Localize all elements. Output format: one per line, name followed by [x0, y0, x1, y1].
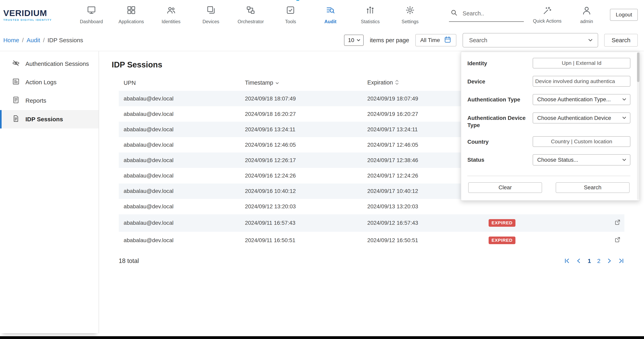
status-cell: EXPIRED: [484, 232, 603, 249]
logs-icon: [12, 77, 20, 87]
nav-item-applications[interactable]: Applications: [111, 0, 151, 30]
chevron-down-icon: [622, 157, 627, 162]
authentication-type-label: Authentication Type: [468, 94, 530, 103]
timestamp-cell: 2024/09/16 13:24:11: [240, 122, 362, 137]
table-search-input[interactable]: [468, 36, 583, 44]
toolbar-search-button[interactable]: Search: [604, 34, 638, 47]
next-page-button[interactable]: [606, 258, 612, 264]
action-cell: [603, 214, 624, 232]
external-link-icon[interactable]: [614, 236, 621, 243]
expiration-cell: 2024/09/13 13:20:03: [362, 199, 484, 214]
action-cell: [603, 199, 624, 214]
sidebar-item-action-logs[interactable]: Action Logs: [0, 73, 98, 91]
chevron-down-icon: [356, 38, 361, 43]
status-badge-expired: EXPIRED: [488, 219, 515, 227]
status-badge-expired: EXPIRED: [488, 237, 515, 244]
sort-desc-icon: [275, 80, 279, 86]
chevron-down-icon: [622, 97, 627, 102]
window-bottom-edge: [0, 336, 644, 339]
nav-item-tools[interactable]: Tools: [271, 0, 310, 30]
sidebar-item-label: IDP Sessions: [26, 116, 63, 123]
top-navigation-bar: VERIDIUM TRUSTED DIGITAL IDENTITY Dashbo…: [0, 0, 644, 30]
topbar-right: Quick Actions admin Logout: [449, 5, 638, 24]
last-page-button[interactable]: [618, 258, 624, 264]
authentication-type-select[interactable]: Choose Authentication Type...: [533, 94, 630, 105]
sessions-icon: [12, 114, 20, 124]
user-menu[interactable]: admin: [571, 5, 603, 24]
filter-search-button[interactable]: Search: [556, 182, 630, 193]
sidebar: Authentication Sessions Action Logs Repo…: [0, 51, 99, 333]
scrollbar-thumb[interactable]: [637, 52, 640, 82]
pagination: 1 2: [564, 258, 624, 264]
chevron-down-icon: [622, 115, 627, 120]
status-label: Status: [468, 154, 530, 163]
filter-clear-button[interactable]: Clear: [468, 182, 542, 193]
brand-logo-mark: [296, 0, 299, 1]
device-input[interactable]: [533, 76, 630, 86]
nav-item-statistics[interactable]: Statistics: [350, 0, 390, 30]
upn-cell: ababalau@dev.local: [119, 91, 240, 106]
calendar-icon: [444, 36, 452, 45]
sidebar-item-label: Authentication Sessions: [26, 60, 89, 67]
timestamp-cell: 2024/09/18 16:20:27: [240, 106, 362, 122]
eye-off-icon: [12, 59, 20, 69]
identity-input[interactable]: [533, 58, 630, 68]
filter-row-device: Device: [468, 76, 630, 86]
timestamp-cell: 2024/09/16 12:46:05: [240, 137, 362, 152]
nav-item-settings[interactable]: Settings: [390, 0, 430, 30]
authentication-device-type-label: Authentication Device Type: [468, 112, 530, 129]
external-link-icon[interactable]: [614, 219, 621, 226]
table-row[interactable]: ababalau@dev.local 2024/09/11 16:50:51 2…: [119, 232, 624, 249]
table-row[interactable]: ababalau@dev.local 2024/09/11 16:57:43 2…: [119, 214, 624, 232]
nav-item-devices[interactable]: Devices: [191, 0, 231, 30]
sidebar-item-authentication-sessions[interactable]: Authentication Sessions: [0, 55, 98, 73]
authentication-type-value: Choose Authentication Type...: [537, 96, 611, 103]
primary-nav: Dashboard Applications Identities Device…: [72, 0, 430, 30]
first-page-button[interactable]: [564, 258, 570, 264]
sidebar-item-reports[interactable]: Reports: [0, 91, 98, 110]
chevron-down-icon[interactable]: [588, 38, 593, 43]
filter-row-authentication-device-type: Authentication Device Type Choose Authen…: [468, 112, 630, 129]
logout-button[interactable]: Logout: [610, 9, 638, 21]
brand-name: VERIDIUM: [3, 8, 61, 18]
previous-page-button[interactable]: [576, 258, 582, 264]
breadcrumb-current: IDP Sessions: [48, 37, 83, 44]
breadcrumb-audit-link[interactable]: Audit: [27, 37, 40, 44]
breadcrumb-home-link[interactable]: Home: [3, 37, 19, 44]
authentication-device-type-select[interactable]: Choose Authentication Device: [533, 112, 630, 123]
nav-item-orchestrator[interactable]: Orchestrator: [231, 0, 271, 30]
quick-actions-button[interactable]: Quick Actions: [531, 6, 563, 24]
country-input[interactable]: [533, 136, 630, 147]
page-size-select[interactable]: 10: [344, 35, 364, 46]
nav-item-audit[interactable]: Audit: [310, 0, 350, 30]
statistics-icon: [365, 5, 375, 16]
nav-item-identities[interactable]: Identities: [151, 0, 191, 30]
upn-cell: ababalau@dev.local: [119, 199, 240, 214]
status-cell: [484, 199, 603, 214]
page-number-2[interactable]: 2: [597, 258, 600, 264]
app-window: VERIDIUM TRUSTED DIGITAL IDENTITY Dashbo…: [0, 0, 644, 339]
report-icon: [12, 96, 20, 105]
sort-both-icon: [395, 80, 399, 86]
global-search-input[interactable]: [462, 10, 515, 17]
page-size-value: 10: [348, 37, 354, 43]
page-number-1[interactable]: 1: [588, 258, 591, 264]
column-header-upn[interactable]: UPN: [119, 74, 240, 91]
table-footer: 18 total 1 2: [119, 257, 624, 265]
global-search: [449, 8, 524, 22]
table-row[interactable]: ababalau@dev.local 2024/09/12 13:20:03 2…: [119, 199, 624, 214]
country-label: Country: [468, 136, 530, 145]
nav-item-dashboard[interactable]: Dashboard: [72, 0, 111, 30]
authentication-device-type-value: Choose Authentication Device: [537, 115, 611, 121]
sidebar-item-idp-sessions[interactable]: IDP Sessions: [0, 110, 98, 128]
breadcrumb: Home / Audit / IDP Sessions: [3, 37, 83, 44]
status-select[interactable]: Choose Status...: [533, 154, 630, 165]
timestamp-cell: 2024/09/11 16:57:43: [240, 214, 362, 232]
dashboard-icon: [86, 5, 96, 16]
brand-logo[interactable]: VERIDIUM TRUSTED DIGITAL IDENTITY: [3, 8, 61, 21]
user-icon: [582, 5, 592, 17]
timestamp-cell: 2024/09/16 10:40:12: [240, 184, 362, 199]
column-header-timestamp[interactable]: Timestamp: [240, 74, 362, 91]
time-filter-button[interactable]: All Time: [415, 34, 456, 46]
filter-row-authentication-type: Authentication Type Choose Authenticatio…: [468, 94, 630, 105]
